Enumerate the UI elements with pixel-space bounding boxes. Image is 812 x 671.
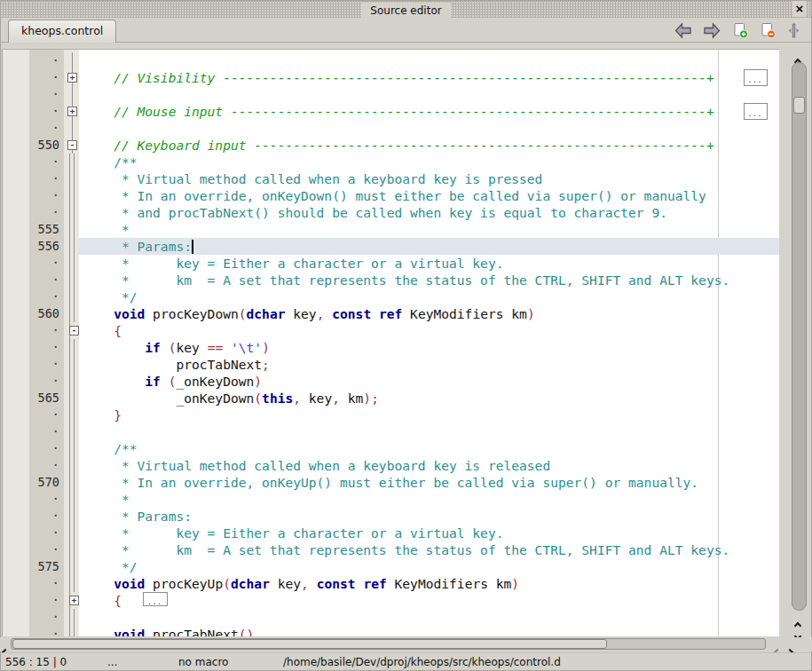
code-editor[interactable]: ·····550····555556···560····565····570··… xyxy=(2,49,779,636)
code-line[interactable]: * Virtual method called when a keyboard … xyxy=(79,170,779,187)
code-line[interactable]: * xyxy=(79,221,779,238)
code-token: ) xyxy=(262,340,270,355)
code-token: km xyxy=(340,391,363,406)
fold-marker[interactable]: - xyxy=(64,137,79,154)
code-line[interactable]: * key = Either a character or a virtual … xyxy=(79,525,779,541)
file-path: /home/basile/Dev/dproj/kheops/src/kheops… xyxy=(283,655,561,670)
horizontal-scrollbar-track[interactable] xyxy=(11,638,766,650)
code-token: key xyxy=(301,391,332,406)
code-token: /** xyxy=(83,154,138,170)
line-number: · xyxy=(29,322,64,339)
fold-expand-icon[interactable]: + xyxy=(67,107,77,116)
code-token: } xyxy=(114,407,122,422)
code-line[interactable]: * Params: xyxy=(79,238,779,255)
code-token: * km = A set that represents the status … xyxy=(83,272,729,288)
line-number: · xyxy=(29,491,64,508)
code-line[interactable]: * Params: xyxy=(79,508,779,525)
line-number: · xyxy=(29,609,64,626)
code-line[interactable] xyxy=(79,609,779,626)
code-token: procTabNext xyxy=(145,627,238,636)
code-token xyxy=(83,340,145,355)
code-line[interactable]: * In an override, onKeyUp() must either … xyxy=(79,474,779,491)
vertical-scrollbar-track[interactable] xyxy=(792,62,807,611)
close-icon[interactable]: × xyxy=(792,1,807,17)
vertical-scrollbar[interactable] xyxy=(790,49,808,636)
tab-kheops-control[interactable]: kheops.control xyxy=(8,20,116,43)
macro-status: no macro xyxy=(178,655,228,670)
code-line[interactable]: // Visibility --------------------------… xyxy=(79,69,779,86)
fold-guide xyxy=(64,238,79,255)
code-rows: // Visibility --------------------------… xyxy=(79,52,779,636)
split-view-icon xyxy=(787,28,800,42)
horizontal-scrollbar[interactable] xyxy=(0,637,812,651)
code-token: ) xyxy=(254,374,262,389)
window-titlebar[interactable]: Source editor × xyxy=(1,1,811,18)
code-line[interactable]: void procKeyDown(dchar key, const ref Ke… xyxy=(79,305,779,322)
code-token: * km = A set that represents the status … xyxy=(83,542,729,557)
code-line[interactable]: {... xyxy=(79,592,779,609)
fold-expand-icon[interactable]: + xyxy=(69,596,79,605)
code-line[interactable] xyxy=(79,86,779,103)
fold-guide xyxy=(64,373,79,390)
fold-collapse-icon[interactable]: - xyxy=(69,326,79,336)
code-line[interactable]: if (key == '\t') xyxy=(79,339,779,356)
code-token: */ xyxy=(83,289,138,304)
code-token: procKeyUp xyxy=(145,576,223,591)
code-line[interactable]: * km = A set that represents the status … xyxy=(79,272,779,288)
code-line[interactable]: void procTabNext() xyxy=(79,626,779,636)
code-line[interactable]: procTabNext; xyxy=(79,356,779,373)
code-line[interactable]: void procKeyUp(dchar key, const ref KeyM… xyxy=(79,575,779,592)
code-line[interactable]: * In an override, onKeyDown() must eithe… xyxy=(79,187,779,204)
split-view-button[interactable] xyxy=(787,22,800,40)
code-line[interactable]: // Mouse input -------------------------… xyxy=(79,103,779,120)
code-token: // Keyboard input ----------------------… xyxy=(83,138,714,153)
code-line[interactable]: */ xyxy=(79,558,779,575)
code-line[interactable] xyxy=(79,423,779,440)
folded-code-ellipsis[interactable]: ... xyxy=(744,69,768,86)
fold-marker[interactable]: + xyxy=(64,69,79,86)
fold-guide xyxy=(64,52,79,69)
fold-marker[interactable]: + xyxy=(64,592,79,609)
fold-guide xyxy=(64,440,79,457)
code-token: * In an override, onKeyDown() must eithe… xyxy=(83,188,706,203)
folded-code-ellipsis[interactable]: ... xyxy=(744,103,768,120)
code-line[interactable]: * Virtual method called when a keyboard … xyxy=(79,457,779,474)
horizontal-scrollbar-thumb[interactable] xyxy=(12,639,607,649)
code-line[interactable]: if (_onKeyDown) xyxy=(79,373,779,390)
fold-expand-icon[interactable]: + xyxy=(67,73,77,83)
code-line[interactable]: * key = Either a character or a virtual … xyxy=(79,255,779,272)
code-line[interactable] xyxy=(79,52,779,69)
go-forward-button[interactable] xyxy=(703,22,721,40)
folded-code-ellipsis[interactable]: ... xyxy=(143,592,168,606)
vertical-scrollbar-thumb[interactable] xyxy=(793,97,805,114)
code-line[interactable]: * and procTabNext() should be called whe… xyxy=(79,204,779,221)
fold-marker[interactable]: - xyxy=(64,322,79,339)
code-line[interactable]: // Keyboard input ----------------------… xyxy=(79,137,779,154)
fold-guide xyxy=(64,508,79,525)
code-line[interactable] xyxy=(79,120,779,137)
code-token: dchar xyxy=(247,306,286,321)
code-line[interactable]: } xyxy=(79,407,779,423)
fold-guide xyxy=(64,525,79,541)
code-line[interactable]: */ xyxy=(79,288,779,305)
line-number: · xyxy=(29,154,64,170)
go-back-button[interactable] xyxy=(674,22,692,40)
new-document-button[interactable] xyxy=(732,22,749,40)
line-number: · xyxy=(29,187,64,204)
fold-guide xyxy=(64,221,79,238)
code-line[interactable]: * km = A set that represents the status … xyxy=(79,541,779,558)
remove-document-button[interactable] xyxy=(760,22,777,40)
back-arrow-icon xyxy=(674,28,692,42)
code-line[interactable]: { xyxy=(79,322,779,339)
line-number: · xyxy=(29,103,64,120)
code-line[interactable]: _onKeyDown(this, key, km); xyxy=(79,390,779,407)
fold-guide xyxy=(64,390,79,407)
fold-collapse-icon[interactable]: - xyxy=(67,140,77,150)
fold-guide xyxy=(64,255,79,272)
code-line[interactable]: * xyxy=(79,491,779,508)
code-line[interactable]: /** xyxy=(79,440,779,457)
line-number: 570 xyxy=(29,474,64,491)
code-line[interactable]: /** xyxy=(79,154,779,170)
code-token: ref xyxy=(363,576,386,591)
fold-marker[interactable]: + xyxy=(64,103,79,120)
